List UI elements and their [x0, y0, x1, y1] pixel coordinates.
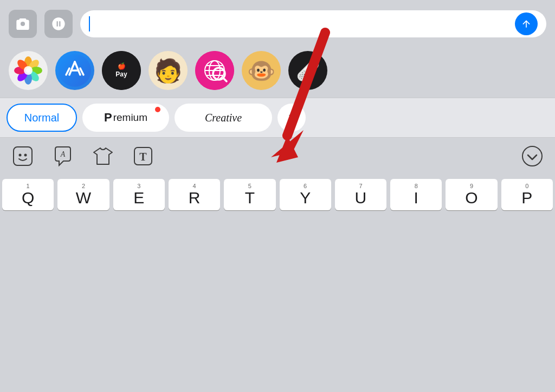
key-e[interactable]: 3 E	[113, 179, 165, 210]
appstore-logo	[59, 54, 91, 87]
emoji-tool-button[interactable]	[11, 144, 35, 168]
font-premium-label: Premium	[104, 111, 147, 125]
expand-icon	[521, 145, 543, 167]
key-t[interactable]: 5 T	[224, 179, 275, 210]
svg-point-29	[24, 154, 27, 157]
svg-point-9	[24, 66, 33, 75]
textformat-tool-button[interactable]: T	[131, 144, 155, 168]
camera-icon	[15, 16, 30, 31]
textformat-tool-icon: T	[133, 146, 153, 166]
clothing-tool-icon	[93, 146, 113, 166]
key-u[interactable]: 7 U	[335, 179, 386, 210]
key-i[interactable]: 8 I	[390, 179, 442, 210]
font-selector-row: Normal Premium Creative ×	[0, 98, 555, 138]
apple-pay-icon[interactable]: 🍎 Pay	[102, 51, 141, 90]
send-icon	[521, 18, 532, 29]
svg-text:A: A	[60, 150, 66, 158]
font-normal-label: Normal	[24, 112, 59, 124]
photos-app-icon[interactable]	[9, 51, 48, 90]
key-letter-u: U	[355, 190, 367, 206]
svg-point-28	[19, 154, 22, 157]
premium-notification-dot	[155, 107, 160, 112]
key-o[interactable]: 9 O	[446, 179, 497, 210]
appstore-icon-btn[interactable]	[55, 51, 94, 90]
message-input[interactable]	[80, 10, 546, 37]
svg-text:Pay: Pay	[115, 70, 127, 78]
appstore-icon	[51, 16, 66, 31]
app-icons-row: 🍎 Pay 🧑 🐵 🩹	[0, 46, 555, 98]
clothing-tool-button[interactable]	[91, 144, 115, 168]
emoji-tool-icon	[12, 146, 33, 166]
world-search-icon[interactable]	[195, 51, 234, 90]
key-letter-o: O	[465, 190, 477, 206]
keyboard-row-1: 1 Q 2 W 3 E 4 R 5 T 6 Y 7 U 8 I	[2, 179, 553, 210]
send-button[interactable]	[515, 12, 538, 35]
key-letter-e: E	[133, 190, 144, 206]
memoji-person-icon[interactable]: 🧑	[149, 51, 188, 90]
svg-rect-27	[14, 147, 32, 165]
appstore-button[interactable]	[44, 10, 73, 38]
key-letter-r: R	[189, 190, 201, 206]
key-letter-t: T	[245, 190, 255, 206]
heart-app-icon[interactable]: 🩹	[288, 51, 327, 90]
camera-button[interactable]	[9, 10, 37, 38]
key-p[interactable]: 0 P	[501, 179, 553, 210]
key-letter-i: I	[414, 190, 418, 206]
font-creative-label: Creative	[205, 112, 242, 124]
world-search-logo	[195, 51, 234, 90]
top-toolbar	[0, 0, 555, 46]
svg-point-33	[522, 146, 542, 166]
photos-icon	[12, 54, 44, 87]
font-creative-option[interactable]: Creative	[175, 104, 272, 132]
font-close-icon: ×	[288, 111, 295, 125]
keyboard-toolbar: A T	[0, 138, 555, 175]
key-q[interactable]: 1 Q	[2, 179, 54, 210]
font-close-button[interactable]: ×	[278, 104, 306, 132]
key-letter-y: Y	[300, 190, 311, 206]
dictation-tool-icon: A	[53, 146, 73, 166]
key-r[interactable]: 4 R	[169, 179, 220, 210]
text-cursor	[89, 16, 90, 31]
svg-text:T: T	[139, 151, 147, 163]
monkey-memoji-icon[interactable]: 🐵	[242, 51, 281, 90]
svg-text:🍎: 🍎	[118, 62, 126, 70]
key-w[interactable]: 2 W	[57, 179, 109, 210]
font-premium-option[interactable]: Premium	[82, 104, 169, 132]
key-letter-q: Q	[22, 190, 34, 206]
keyboard-expand-button[interactable]	[520, 144, 544, 168]
keyboard: 1 Q 2 W 3 E 4 R 5 T 6 Y 7 U 8 I	[0, 175, 555, 217]
key-y[interactable]: 6 Y	[280, 179, 331, 210]
dictation-tool-button[interactable]: A	[51, 144, 75, 168]
key-letter-p: P	[521, 190, 532, 206]
font-normal-option[interactable]: Normal	[7, 104, 77, 132]
key-letter-w: W	[76, 190, 91, 206]
apple-pay-logo: 🍎 Pay	[102, 51, 141, 90]
